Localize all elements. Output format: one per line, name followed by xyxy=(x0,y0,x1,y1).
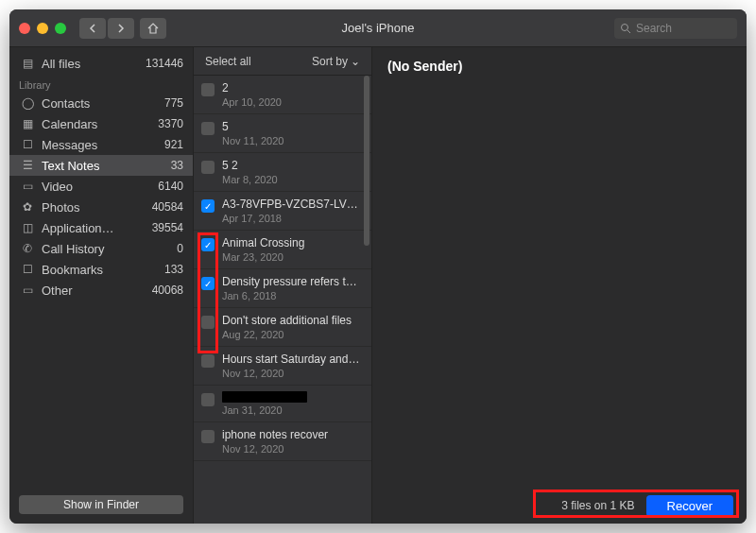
list-item[interactable]: ✓Density pressure refers to th…Jan 6, 20… xyxy=(194,269,371,308)
list-item-date: Mar 23, 2020 xyxy=(222,251,362,263)
list-item[interactable]: Jan 31, 2020 xyxy=(194,386,371,422)
sidebar-item-messages[interactable]: ☐ Messages 921 xyxy=(9,134,193,155)
list-item-title: 2 xyxy=(222,81,362,95)
sidebar-item-count: 0 xyxy=(177,242,183,255)
sidebar-item-count: 131446 xyxy=(146,57,183,70)
list-item-date: Apr 17, 2018 xyxy=(222,213,362,224)
sidebar-item-count: 921 xyxy=(164,138,183,151)
select-all-button[interactable]: Select all xyxy=(205,55,251,68)
checkbox[interactable] xyxy=(201,354,215,368)
sidebar-item-label: Contacts xyxy=(42,96,90,111)
sidebar-item-label: Calendars xyxy=(42,117,97,131)
home-button[interactable] xyxy=(140,18,166,39)
list-item-date: Aug 22, 2020 xyxy=(222,329,362,340)
sidebar-item-call-history[interactable]: ✆ Call History 0 xyxy=(9,238,193,259)
list-item-date: Jan 31, 2020 xyxy=(222,404,362,416)
sidebar-item-bookmarks[interactable]: ☐ Bookmarks 133 xyxy=(9,259,193,280)
checkbox[interactable]: ✓ xyxy=(201,199,215,213)
fullscreen-icon[interactable] xyxy=(55,23,66,34)
app-icon: ◫ xyxy=(19,221,36,234)
photo-icon: ✿ xyxy=(19,200,36,214)
sidebar-item-label: Bookmarks xyxy=(42,263,103,277)
list-item[interactable]: iphone notes recoverNov 12, 2020 xyxy=(194,422,371,461)
sidebar-item-count: 6140 xyxy=(158,180,183,193)
sidebar-item-label: Messages xyxy=(42,138,97,152)
sidebar-item-label: Photos xyxy=(42,200,79,215)
sidebar-item-count: 775 xyxy=(164,96,183,110)
forward-button[interactable] xyxy=(108,18,134,39)
list-header: Select all Sort by ⌄ xyxy=(194,47,371,76)
detail-sender: (No Sender) xyxy=(372,47,747,85)
search-icon xyxy=(620,23,631,34)
list-item[interactable]: 2Apr 10, 2020 xyxy=(194,76,371,114)
sidebar-item-video[interactable]: ▭ Video 6140 xyxy=(9,176,193,197)
sidebar-item-label: Application… xyxy=(42,221,114,235)
stack-icon: ▤ xyxy=(19,57,36,70)
checkbox[interactable] xyxy=(201,83,215,96)
footer: 3 files on 1 KB Recover xyxy=(372,488,747,524)
list-item-title: A3-78VFPB-VZCBS7-LVEEX… xyxy=(222,198,362,211)
sidebar-item-count: 133 xyxy=(164,263,183,276)
sidebar-item-label: Video xyxy=(42,180,73,194)
checkbox[interactable] xyxy=(201,316,215,329)
checkbox[interactable] xyxy=(201,430,215,443)
sidebar: ▤ All files 131446 Library ◯ Contacts 77… xyxy=(9,47,193,524)
video-icon: ▭ xyxy=(19,180,36,193)
sidebar-item-label: Call History xyxy=(42,242,104,256)
checkbox[interactable] xyxy=(201,161,215,174)
list-item-title: Don't store additional files xyxy=(222,314,362,327)
nav-group xyxy=(79,18,134,39)
folder-icon: ▭ xyxy=(19,284,36,297)
note-icon: ☰ xyxy=(19,159,36,172)
checkbox[interactable]: ✓ xyxy=(201,238,215,251)
sidebar-item-other[interactable]: ▭ Other 40068 xyxy=(9,280,193,301)
list-item[interactable]: ✓Animal CrossingMar 23, 2020 xyxy=(194,231,371,269)
chat-icon: ☐ xyxy=(19,138,36,151)
sidebar-section-label: Library xyxy=(9,74,193,93)
checkbox[interactable] xyxy=(201,393,215,406)
back-button[interactable] xyxy=(79,18,106,39)
list-item[interactable]: 5Nov 11, 2020 xyxy=(194,114,371,153)
titlebar: Joel's iPhone Search xyxy=(9,9,747,47)
checkbox[interactable] xyxy=(201,122,215,135)
search-placeholder: Search xyxy=(636,22,672,35)
sidebar-item-photos[interactable]: ✿ Photos 40584 xyxy=(9,197,193,217)
svg-point-0 xyxy=(622,24,628,30)
list-item-title: iphone notes recover xyxy=(222,428,362,441)
recover-button[interactable]: Recover xyxy=(646,495,733,517)
sidebar-item-calendars[interactable]: ▦ Calendars 3370 xyxy=(9,113,193,134)
close-icon[interactable] xyxy=(19,23,30,34)
minimize-icon[interactable] xyxy=(37,23,48,34)
list-item[interactable]: Don't store additional filesAug 22, 2020 xyxy=(194,308,371,347)
sidebar-item-text-notes[interactable]: ☰ Text Notes 33 xyxy=(9,155,193,176)
sidebar-all-files[interactable]: ▤ All files 131446 xyxy=(9,53,193,74)
app-window: Joel's iPhone Search ▤ All files 131446 … xyxy=(9,9,747,524)
list-item-date: Mar 8, 2020 xyxy=(222,174,362,185)
show-in-finder-button[interactable]: Show in Finder xyxy=(19,495,183,514)
list-item-title: Hours start Saturday and en… xyxy=(222,352,362,366)
calendar-icon: ▦ xyxy=(19,117,36,130)
list-item[interactable]: ✓A3-78VFPB-VZCBS7-LVEEX…Apr 17, 2018 xyxy=(194,192,371,231)
sort-by-button[interactable]: Sort by ⌄ xyxy=(312,55,360,68)
list-item[interactable]: Hours start Saturday and en…Nov 12, 2020 xyxy=(194,347,371,386)
bookmark-icon: ☐ xyxy=(19,263,36,276)
list-item[interactable]: 5 2Mar 8, 2020 xyxy=(194,153,371,192)
sidebar-item-applications[interactable]: ◫ Application… 39554 xyxy=(9,217,193,238)
list-item-title xyxy=(222,391,307,403)
sidebar-item-label: Other xyxy=(42,284,73,298)
sidebar-item-count: 3370 xyxy=(158,117,183,130)
detail-pane: (No Sender) 3 files on 1 KB Recover xyxy=(372,47,747,524)
window-title: Joel's iPhone xyxy=(342,21,415,35)
scrollbar[interactable] xyxy=(364,76,369,246)
search-input[interactable]: Search xyxy=(614,18,737,39)
list-item-title: Animal Crossing xyxy=(222,236,362,249)
checkbox[interactable]: ✓ xyxy=(201,277,215,290)
sidebar-item-contacts[interactable]: ◯ Contacts 775 xyxy=(9,93,193,113)
selection-status: 3 files on 1 KB xyxy=(561,499,634,512)
person-icon: ◯ xyxy=(19,96,36,110)
window-controls xyxy=(19,23,66,34)
list-item-date: Jan 6, 2018 xyxy=(222,290,362,301)
notes-list: Select all Sort by ⌄ 2Apr 10, 20205Nov 1… xyxy=(193,47,372,524)
list-item-date: Nov 11, 2020 xyxy=(222,135,362,146)
sidebar-item-count: 40584 xyxy=(152,200,183,214)
